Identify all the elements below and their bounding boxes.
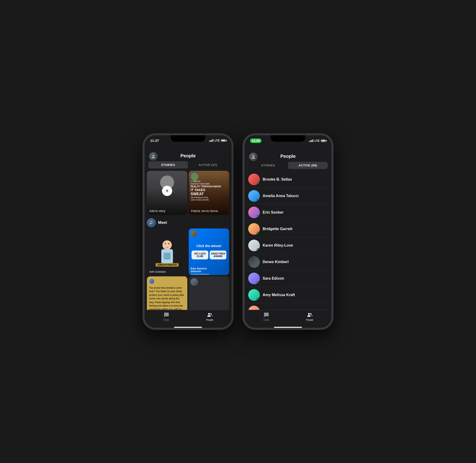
svg-point-3 [208,313,210,315]
people-list[interactable]: Brooke B. Sellas Amelia Anna Talucci Eri… [245,171,331,310]
patrick-story-label: Patrick Jervis-Stone [191,209,218,213]
person-avatar-8 [248,306,260,310]
katy-avatar [191,230,197,237]
svg-point-0 [152,155,154,156]
chat-icon-right [263,312,269,318]
svg-point-5 [252,155,254,157]
avatar-right[interactable] [249,153,257,161]
chat-icon-left [163,312,169,318]
tab-active-right[interactable]: ACTIVE (69) [288,162,328,169]
stories-grid: + Add to story A DREAM DOESN'T BECOME RE… [145,171,231,215]
person-avatar-2 [248,207,260,218]
online-dot-3 [257,232,260,234]
person-avatar-6 [248,273,260,284]
person-item-0[interactable]: Brooke B. Sellas [245,171,331,188]
poll-title: Click the winner [196,244,221,248]
meet-section: Meet [145,217,231,310]
page-title-right: People [280,154,296,159]
username-badge: @NICHYVNACKS [156,263,178,267]
person-item-3[interactable]: Bridgette Garrett [245,221,331,237]
text-story-card[interactable]: You know how dreams come true? You liste… [147,276,187,310]
person-avatar-0 [248,174,260,185]
tabs-right: STORIES ACTIVE (69) [248,162,328,169]
time-left: 11:27 [150,139,159,142]
poll-opt2[interactable]: CRAZY RICHASIANS [210,250,226,259]
text-card-avatar [149,278,155,284]
battery-icon-right [321,139,326,142]
lte-label-right: LTE [315,139,320,142]
svg-point-7 [310,313,311,315]
lte-label: LTE [214,139,220,142]
tab-stories-left[interactable]: STORIES [148,161,188,169]
battery-icon [221,139,226,142]
bottom-nav-left: Chats People [145,310,231,326]
nav-chats-label-left: Chats [163,319,169,321]
tab-active-left[interactable]: ACTIVE (57) [188,161,228,169]
nav-chats-left[interactable]: Chats [145,312,188,321]
people-icon-left [207,312,213,318]
katy-card[interactable]: Click the winner JOY LUCKCLUB CRAZY RICH… [189,229,229,275]
person-name-5: Denee Kimberl [263,260,289,264]
add-story-card[interactable]: + Add to story [147,171,187,215]
home-indicator-left [174,327,202,328]
patrick-story-card[interactable]: A DREAM DOESN'T BECOME REALITY THROUGH M… [189,171,229,215]
screen-left: 11:27 LTE People STORIES ACTIVE (57) [145,135,231,328]
nav-chats-label-right: Chats [263,319,269,321]
person-item-2[interactable]: Erin Sonker [245,204,331,221]
svg-point-1 [150,221,151,223]
avatar-left[interactable] [149,152,158,160]
screen-right: 11:45 LTE People STORIES ACTIVE (69) [245,135,331,328]
status-icons-right: LTE [309,139,326,142]
bottom-nav-right: Chats People [245,310,331,326]
notch-left [171,135,205,142]
phone-right: 11:45 LTE People STORIES ACTIVE (69) [243,134,333,329]
nav-chats-right[interactable]: Chats [245,312,288,321]
people-icon-right [307,312,313,318]
page-title-left: People [180,153,196,159]
meet-avatar [147,218,156,227]
online-dot-5 [257,265,260,267]
person-item-4[interactable]: Karen Riley-Love [245,237,331,254]
online-dot-6 [257,281,260,284]
add-story-label: Add to story [149,209,165,213]
meet-grid: @NICHYVNACKS Seth Goldstein Click the wi… [147,229,229,310]
online-dot-4 [257,248,260,251]
person-avatar-5 [248,256,260,268]
person-name-7: Amy Melissa Kraft [263,293,295,297]
svg-point-4 [210,313,212,315]
poll-opt1[interactable]: JOY LUCKCLUB [192,250,208,259]
person-item-5[interactable]: Denee Kimberl [245,254,331,270]
online-dot-0 [257,182,260,185]
meet-header: Meet [147,217,229,229]
phone-left: 11:27 LTE People STORIES ACTIVE (57) [143,134,233,329]
time-right: 11:45 [250,139,262,143]
nav-people-label-right: People [306,319,313,321]
content-left[interactable]: + Add to story A DREAM DOESN'T BECOME RE… [145,171,231,310]
meet-title: Meet [158,220,167,225]
signal-icon [209,139,213,142]
person-name-4: Karen Riley-Love [263,243,293,248]
online-dot-2 [257,215,260,218]
person-item-1[interactable]: Amelia Anna Talucci [245,188,331,204]
person-item-8[interactable]: Julia Simms [245,303,331,310]
person-avatar-4 [248,240,260,251]
person-name-3: Bridgette Garrett [263,227,292,231]
site-audit-card[interactable]: SITE AUDIT CREATED. NOW [189,276,229,310]
add-circle-icon: + [162,186,172,196]
seth-card[interactable]: @NICHYVNACKS Seth Goldstein [147,229,187,275]
person-item-7[interactable]: Amy Melissa Kraft [245,287,331,303]
tab-stories-right[interactable]: STORIES [248,162,288,169]
nav-people-right[interactable]: People [288,312,331,321]
patrick-avatar-ring [191,173,198,181]
nav-people-left[interactable]: People [188,312,231,321]
person-avatar-3 [248,223,260,235]
header-left: People [145,143,231,160]
person-avatar-7 [248,289,260,301]
person-item-6[interactable]: Sara Edixon [245,270,331,287]
person-name-6: Sara Edixon [263,276,284,281]
svg-point-6 [308,313,309,315]
person-name-0: Brooke B. Sellas [263,177,292,181]
poll-options: JOY LUCKCLUB CRAZY RICHASIANS [192,250,226,259]
seth-label: Seth Goldstein [149,270,166,273]
svg-point-2 [151,221,153,223]
